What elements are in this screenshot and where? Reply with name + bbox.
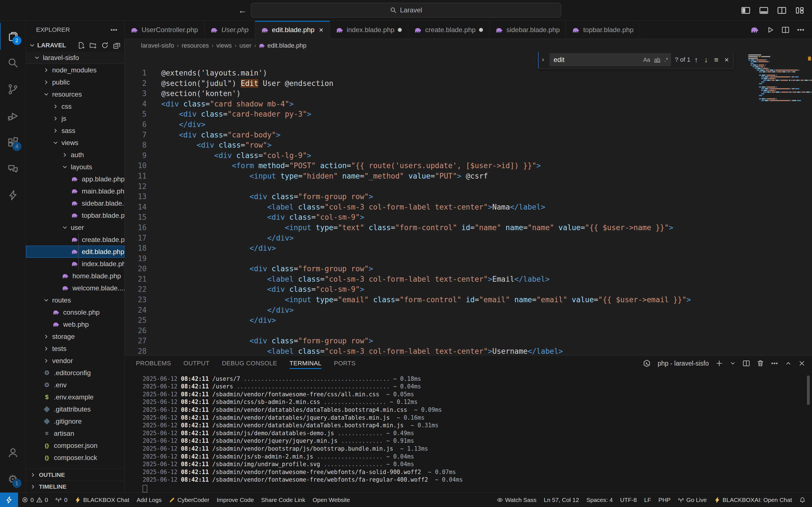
regex-toggle[interactable]: .* (664, 57, 668, 63)
collapse-folders-icon[interactable] (113, 42, 120, 49)
tree-item-edit-blade-php[interactable]: edit.blade.php (26, 245, 124, 258)
status-improve-code[interactable]: Improve Code (213, 493, 257, 507)
find-input[interactable]: edit Aa ab .* (550, 53, 671, 66)
tree-item-views[interactable]: views (26, 136, 124, 149)
tree-item-sidebar-blade-p-[interactable]: sidebar.blade.p... (26, 197, 124, 209)
panel-more-actions-icon[interactable] (771, 360, 778, 367)
terminal-dropdown-icon[interactable] (730, 360, 736, 367)
problems-status[interactable]: 0 0 (18, 493, 52, 507)
new-file-icon[interactable] (78, 42, 85, 49)
status-php[interactable]: PHP (655, 493, 674, 507)
tree-item-storage[interactable]: storage (26, 330, 124, 342)
panel-tab-ports[interactable]: PORTS (334, 356, 356, 371)
find-expand-chevron-icon[interactable]: › (540, 56, 546, 63)
activity-bolt-icon[interactable] (0, 182, 26, 209)
tree-item-js[interactable]: js (26, 112, 124, 124)
status-blackbox-chat[interactable]: BLACKBOX Chat (71, 493, 133, 507)
tree-item-user[interactable]: user (26, 221, 124, 233)
tree-item-public[interactable]: public (26, 76, 124, 88)
tree-item-home-blade-php[interactable]: home.blade.php (26, 270, 124, 282)
activity-explorer-icon[interactable]: 2 (0, 23, 26, 50)
whole-word-toggle[interactable]: ab (654, 57, 660, 63)
panel-tab-terminal[interactable]: TERMINAL (290, 356, 322, 371)
panel-tab-debug-console[interactable]: DEBUG CONSOLE (222, 356, 277, 371)
status-spaces-4[interactable]: Spaces: 4 (583, 493, 616, 507)
status-share-code-link[interactable]: Share Code Link (257, 493, 309, 507)
status-watch-sass[interactable]: Watch Sass (493, 493, 540, 507)
explorer-more-actions-icon[interactable] (110, 26, 117, 34)
tree-item-composer-lock[interactable]: {}composer.lock (26, 452, 124, 464)
code-editor[interactable]: 1@extends('layouts.main')2@section("judu… (124, 52, 812, 355)
tab-UserController-php[interactable]: UserController.php (124, 21, 204, 39)
tab-close-icon[interactable]: × (319, 25, 323, 34)
tab-User-php[interactable]: User.php (204, 21, 255, 39)
terminal-scrollbar[interactable] (807, 376, 810, 405)
tree-item-topbar-blade-php[interactable]: topbar.blade.php (26, 209, 124, 221)
tree-item-node-modules[interactable]: node_modules (26, 64, 124, 76)
refresh-explorer-icon[interactable] (101, 42, 109, 49)
tab-sidebar-blade-php[interactable]: sidebar.blade.php (490, 21, 566, 39)
status-go-live[interactable]: Go Live (674, 493, 710, 507)
tree-item-app-blade-php[interactable]: app.blade.php (26, 173, 124, 185)
tree-item-console-php[interactable]: console.php (26, 306, 124, 318)
toggle-secondary-sidebar-icon[interactable] (777, 6, 786, 15)
split-terminal-icon[interactable] (743, 360, 750, 367)
activity-search-icon[interactable] (0, 50, 26, 76)
workspace-section-label[interactable]: LARAVEL (37, 42, 66, 49)
tree-item-layouts[interactable]: layouts (26, 161, 124, 173)
tree-item-main-blade-php[interactable]: main.blade.php (26, 185, 124, 197)
tree-item-welcome-blade-[interactable]: welcome.blade.... (26, 282, 124, 294)
status-ln-57-col-12[interactable]: Ln 57, Col 12 (540, 493, 583, 507)
maximize-panel-icon[interactable] (785, 360, 792, 367)
tree-item-artisan[interactable]: ≡artisan (26, 427, 124, 439)
tree-item-resources[interactable]: resources (26, 88, 124, 100)
terminal-session-label[interactable]: php - laravel-sisfo (658, 360, 709, 367)
php-elephant-icon[interactable] (751, 25, 759, 34)
split-editor-icon[interactable] (781, 26, 790, 34)
tab-create-blade-php[interactable]: create.blade.php (408, 21, 490, 39)
panel-tab-problems[interactable]: PROBLEMS (136, 356, 171, 371)
activity-extensions-icon[interactable]: 4 (0, 129, 26, 156)
terminal-output[interactable]: 2025-06-12 08:42:11 /users/7 ...........… (124, 371, 812, 492)
tree-item-create-blade-php[interactable]: create.blade.php (26, 233, 124, 245)
tree-item-routes[interactable]: routes (26, 294, 124, 306)
command-center-search[interactable]: Laravel (251, 3, 561, 17)
activity-settings-icon[interactable]: ⚙1 (0, 466, 26, 492)
tree-item--env[interactable]: ⚙.env (26, 379, 124, 391)
tree-item--gitattributes[interactable]: .gitattributes (26, 403, 124, 415)
breadcrumb-file[interactable]: edit.blade.php (259, 42, 306, 49)
customize-layout-icon[interactable] (795, 6, 805, 15)
panel-tab-output[interactable]: OUTPUT (184, 356, 209, 371)
minimap[interactable] (747, 52, 807, 136)
tree-item-sass[interactable]: sass (26, 124, 124, 136)
remote-indicator[interactable] (0, 493, 18, 507)
tree-item-auth[interactable]: auth (26, 149, 124, 161)
tree-item-tests[interactable]: tests (26, 342, 124, 355)
breadcrumb-segment[interactable]: views (216, 42, 232, 49)
editor-more-actions-icon[interactable] (797, 26, 805, 34)
close-panel-icon[interactable] (799, 360, 805, 367)
nav-back-icon[interactable]: ← (238, 6, 247, 15)
activity-chat-icon[interactable] (0, 156, 26, 182)
activity-run-debug-icon[interactable] (0, 103, 26, 129)
find-close-icon[interactable]: × (725, 55, 729, 64)
sidebar-section-timeline[interactable]: TIMELINE (26, 481, 124, 492)
status-lf[interactable]: LF (641, 493, 655, 507)
tab-index-blade-php[interactable]: index.blade.php (330, 21, 408, 39)
tree-item-index-blade-php[interactable]: index.blade.php (26, 258, 124, 270)
status-blackboxai-open-chat[interactable]: BLACKBOXAI: Open Chat (711, 493, 796, 507)
tree-item-web-php[interactable]: web.php (26, 318, 124, 330)
status-bell[interactable] (796, 493, 809, 507)
find-next-icon[interactable]: ↓ (704, 55, 708, 64)
toggle-sidebar-icon[interactable] (741, 6, 751, 15)
tree-item-composer-json[interactable]: {}composer.json (26, 439, 124, 452)
activity-account-icon[interactable] (0, 439, 26, 466)
find-in-selection-icon[interactable]: ≡ (714, 55, 718, 64)
toggle-panel-icon[interactable] (759, 6, 769, 15)
run-file-icon[interactable] (766, 26, 774, 34)
section-chevron-icon[interactable] (29, 42, 36, 49)
status-cybercoder[interactable]: CyberCoder (165, 493, 213, 507)
tab-edit-blade-php[interactable]: edit.blade.php× (255, 21, 330, 39)
tree-item-css[interactable]: css (26, 100, 124, 112)
tree-item-laravel-sisfo[interactable]: laravel-sisfo (26, 52, 124, 64)
